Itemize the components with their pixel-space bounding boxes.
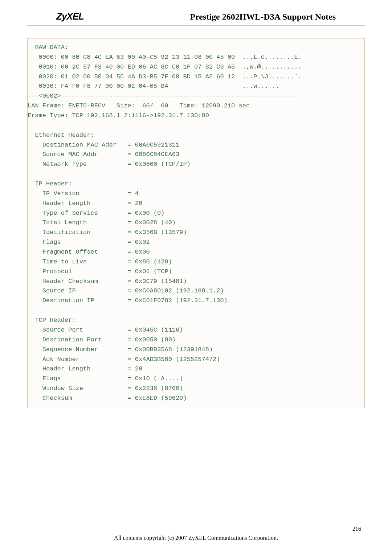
code-line: Source IP = 0xC0A80102 (192.168.1.2): [28, 286, 364, 296]
code-line: Destination IP = 0xC01F0782 (192.31.7.13…: [28, 296, 364, 306]
code-line: Header Length = 20: [28, 199, 364, 209]
code-line: RAW DATA:: [28, 43, 364, 53]
code-line: TCP Header:: [28, 316, 364, 325]
code-line: Sequence Number = 0x00BD35A8 (12391848): [28, 345, 364, 355]
code-line: [28, 169, 364, 179]
code-line: Destination MAC Addr = 00A0C5921311: [28, 140, 364, 150]
code-line: Flags = 0x10 (.A....): [28, 374, 364, 384]
code-block: RAW DATA: 0000: 00 80 C8 4C EA 63 00 A0-…: [27, 38, 365, 408]
code-line: Protocol = 0x06 (TCP): [28, 267, 364, 277]
code-line: Source Port = 0x045C (1116): [28, 325, 364, 335]
code-line: Total Length = 0x0028 (40): [28, 218, 364, 228]
code-line: ---<0002>-------------------------------…: [28, 91, 364, 101]
code-line: 0030: FA F0 F8 77 00 00 02 04-05 B4 ...w…: [28, 82, 364, 91]
code-line: Idetification = 0x350B (13579): [28, 228, 364, 238]
code-line: Time to Live = 0x80 (128): [28, 257, 364, 267]
code-line: Checksum = 0xE8ED (59629): [28, 394, 364, 403]
code-line: 0010: 00 2C 57 F3 40 00 ED 06-AC 8C C0 1…: [28, 62, 364, 72]
page-header: ZyXEL Prestige 2602HWL-D3A Support Notes: [27, 0, 365, 25]
code-line: IP Version = 4: [28, 189, 364, 199]
page-title: Prestige 2602HWL-D3A Support Notes: [190, 12, 336, 22]
code-line: LAN Frame: ENET0-RECV Size: 60/ 60 Time:…: [28, 101, 364, 111]
page-number: 216: [352, 526, 361, 532]
code-line: Type of Service = 0x00 (0): [28, 209, 364, 218]
code-line: 0020: 01 02 00 50 04 5C 4A D3-B5 7F 00 B…: [28, 72, 364, 82]
code-line: Network Type = 0x0800 (TCP/IP): [28, 160, 364, 169]
code-line: Fragment Offset = 0x00: [28, 247, 364, 257]
code-line: Ethernet Header:: [28, 131, 364, 140]
code-line: Frame Type: TCP 192.168.1.2:1116->192.31…: [28, 111, 364, 121]
code-line: [28, 306, 364, 316]
code-line: Ack Number = 0x4AD3B580 (1255257472): [28, 355, 364, 365]
code-line: [28, 121, 364, 131]
code-line: Header Length = 20: [28, 364, 364, 374]
logo: ZyXEL: [56, 11, 84, 22]
code-line: Destination Port = 0x0050 (80): [28, 335, 364, 345]
code-line: Window Size = 0x2238 (8760): [28, 384, 364, 394]
code-line: IP Header:: [28, 179, 364, 189]
code-line: 0000: 00 80 C8 4C EA 63 00 A0-C5 92 13 1…: [28, 53, 364, 62]
code-line: Header Checksum = 0x3C79 (15481): [28, 277, 364, 287]
footer-copyright: All contents copyright (c) 2007 ZyXEL Co…: [0, 535, 392, 541]
code-line: Source MAC Addr = 0080C84CEA63: [28, 150, 364, 160]
code-line: Flags = 0x02: [28, 238, 364, 247]
